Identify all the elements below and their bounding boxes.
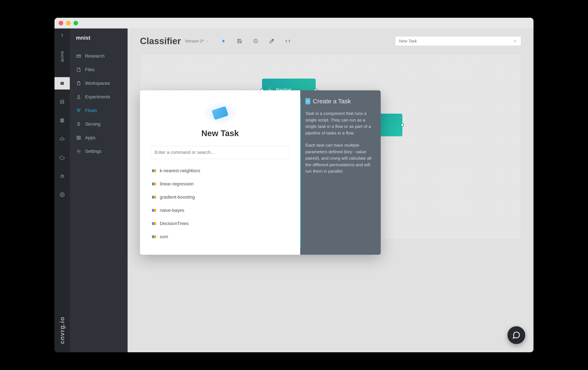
- task-list: k-nearest-neighbors linear-regression gr…: [150, 164, 290, 243]
- app-window: acme cnvrg.io: [54, 18, 534, 352]
- save-button[interactable]: [235, 37, 244, 45]
- sidebar-item-files[interactable]: Files: [70, 63, 128, 77]
- task-item-decision-trees[interactable]: DecisionTrees: [150, 217, 290, 230]
- page-title: Classifier: [140, 36, 181, 46]
- sidebar-item-label: Research: [85, 53, 105, 59]
- rail-item-datasets[interactable]: [54, 96, 70, 108]
- rail-item-settings[interactable]: [54, 189, 70, 201]
- svg-point-2: [61, 100, 64, 101]
- svg-rect-15: [77, 136, 78, 137]
- modal-header-icon: [206, 103, 234, 123]
- library-icon: [152, 235, 156, 238]
- library-icon: [152, 222, 156, 225]
- sidebar-item-label: Files: [85, 67, 94, 72]
- version-selector[interactable]: Version 2*: [185, 39, 208, 43]
- window-minimize-button[interactable]: [66, 21, 71, 25]
- task-item-naive-bayes[interactable]: naive-bayes: [150, 204, 290, 217]
- svg-point-7: [61, 175, 62, 176]
- svg-rect-18: [79, 138, 80, 140]
- task-item-gradient-boosting[interactable]: gradient-boosting: [150, 191, 290, 204]
- svg-point-14: [78, 111, 79, 112]
- library-icon: [152, 196, 156, 199]
- flask-icon: [76, 94, 81, 100]
- app-body: acme cnvrg.io: [54, 29, 534, 352]
- sidebar-item-experiments[interactable]: Experiments: [70, 90, 128, 104]
- rail-item-members[interactable]: [54, 170, 70, 182]
- flow-icon: [76, 108, 81, 113]
- version-label: Version 2*: [185, 39, 204, 43]
- sidebar-item-flows[interactable]: Flows: [70, 104, 128, 117]
- task-item-label: naive-bayes: [160, 208, 184, 213]
- svg-rect-16: [79, 136, 80, 137]
- task-item-label: DecisionTrees: [160, 221, 189, 226]
- topbar: Classifier Version 2*: [140, 36, 521, 46]
- svg-point-8: [63, 175, 64, 176]
- sidebar-item-label: Settings: [85, 149, 102, 154]
- schedule-button[interactable]: [251, 37, 260, 45]
- brand-label: cnvrg.io: [59, 317, 66, 344]
- sidebar-item-label: Apps: [85, 135, 95, 140]
- rail-item-compute[interactable]: [54, 133, 70, 145]
- modal-title: New Task: [201, 129, 239, 138]
- script-file-icon: {}: [305, 98, 310, 104]
- rail-item-projects[interactable]: [54, 77, 70, 90]
- main-content: Classifier Version 2*: [128, 29, 534, 352]
- dropdown-value: New Task: [399, 39, 417, 43]
- task-item-label: svm: [160, 234, 168, 240]
- modal-info-p2: Each task can have multiple parameters d…: [305, 142, 375, 174]
- project-sidebar: mnist Research Files Workspaces Experime…: [70, 29, 128, 352]
- window-close-button[interactable]: [59, 21, 63, 25]
- svg-point-12: [77, 109, 78, 110]
- modal-info-title-row: {} Create a Task: [305, 98, 375, 105]
- run-button[interactable]: [219, 37, 228, 45]
- file-icon: [76, 67, 81, 72]
- rail-item-cloud[interactable]: [54, 151, 70, 164]
- sidebar-item-label: Workspaces: [85, 81, 110, 86]
- sidebar-item-label: Flows: [85, 108, 97, 113]
- rail-item-library[interactable]: [54, 114, 70, 127]
- grid-icon: [76, 135, 81, 140]
- sidebar-item-label: Serving: [85, 121, 101, 127]
- svg-rect-4: [62, 119, 63, 122]
- new-task-modal: New Task k-nearest-neighbors linear-regr…: [140, 90, 381, 255]
- magic-button[interactable]: [267, 37, 276, 45]
- code-button[interactable]: [284, 37, 292, 45]
- task-item-linear-regression[interactable]: linear-regression: [150, 178, 290, 190]
- sidebar-item-settings[interactable]: Settings: [70, 145, 128, 158]
- chevron-down-icon: [513, 39, 517, 43]
- help-chat-button[interactable]: [507, 326, 525, 344]
- task-item-label: k-nearest-neighbors: [160, 168, 200, 173]
- sidebar-item-apps[interactable]: Apps: [70, 131, 128, 145]
- task-item-label: gradient-boosting: [160, 194, 195, 200]
- task-type-dropdown[interactable]: New Task: [395, 36, 521, 46]
- svg-rect-0: [61, 82, 64, 85]
- modal-info-title: Create a Task: [313, 98, 351, 105]
- task-search-input[interactable]: [150, 146, 290, 159]
- modal-info-p1: Task is a component that runs a single s…: [305, 110, 375, 136]
- library-icon: [152, 209, 156, 212]
- research-icon: [76, 53, 81, 59]
- svg-point-13: [80, 109, 81, 110]
- task-item-knn[interactable]: k-nearest-neighbors: [150, 164, 290, 177]
- org-label: acme: [60, 48, 65, 65]
- task-item-svm[interactable]: svm: [150, 230, 290, 243]
- window-zoom-button[interactable]: [74, 21, 78, 25]
- svg-point-9: [62, 194, 63, 195]
- sidebar-item-workspaces[interactable]: Workspaces: [70, 77, 128, 90]
- rail-brand: cnvrg.io: [59, 317, 66, 344]
- task-item-label: linear-regression: [160, 181, 194, 187]
- sidebar-item-research[interactable]: Research: [70, 49, 128, 63]
- rail-collapse-toggle[interactable]: [60, 33, 65, 38]
- gear-icon: [76, 149, 81, 154]
- project-title: mnist: [70, 35, 128, 49]
- new-task-modal-overlay: New Task k-nearest-neighbors linear-regr…: [140, 90, 534, 255]
- nav-rail: acme cnvrg.io: [54, 29, 70, 352]
- svg-rect-3: [61, 119, 61, 122]
- svg-point-19: [78, 151, 79, 152]
- sidebar-item-label: Experiments: [85, 94, 110, 100]
- clipboard-icon: [76, 81, 81, 86]
- sidebar-item-serving[interactable]: Serving: [70, 117, 128, 131]
- library-icon: [152, 182, 156, 185]
- svg-rect-5: [63, 119, 64, 122]
- chevron-down-icon: [205, 40, 208, 42]
